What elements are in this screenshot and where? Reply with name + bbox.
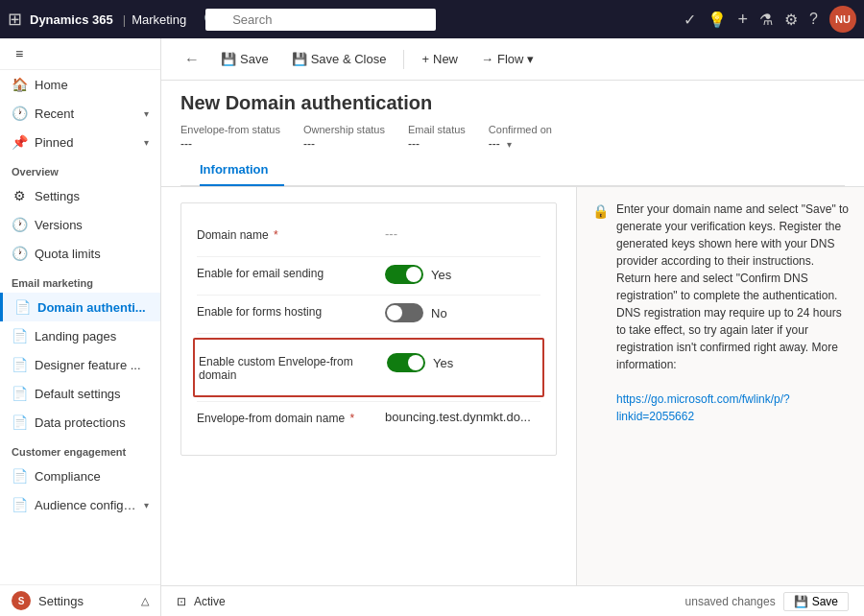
compliance-icon: 📄 <box>12 468 27 484</box>
lightbulb-icon[interactable]: 💡 <box>708 11 727 29</box>
sidebar-item-designer-feature[interactable]: 📄 Designer feature ... <box>0 350 160 379</box>
email-status: Email status --- <box>408 124 466 151</box>
sidebar-item-data-protections[interactable]: 📄 Data protections <box>0 408 160 437</box>
settings-icon[interactable]: ⚙ <box>784 11 798 29</box>
field-domain-name: Domain name * --- <box>197 219 540 257</box>
bottom-right: unsaved changes 💾 Save <box>685 592 849 611</box>
sidebar-item-recent[interactable]: 🕐 Recent ▾ <box>0 99 160 128</box>
enable-email-toggle[interactable]: Yes <box>385 265 451 284</box>
customer-engagement-section-header: Customer engagement <box>0 437 160 462</box>
flow-icon: → <box>481 52 493 66</box>
enable-custom-envelope-value: Yes <box>387 353 539 375</box>
field-enable-forms: Enable for forms hosting No <box>197 296 540 334</box>
sidebar-data-protections-label: Data protections <box>35 415 126 430</box>
flow-button[interactable]: → Flow ▾ <box>471 46 543 72</box>
enable-forms-thumb <box>387 305 402 320</box>
page-title: New Domain authentication <box>180 92 845 114</box>
email-status-value: --- <box>408 137 466 151</box>
domain-icon: 📄 <box>14 299 30 315</box>
unsaved-changes-text: unsaved changes <box>685 595 776 608</box>
recent-icon: 🕐 <box>12 106 27 121</box>
active-status: Active <box>194 595 226 608</box>
back-button[interactable]: ← <box>177 47 207 72</box>
domain-name-value[interactable]: --- <box>385 226 540 241</box>
grid-icon[interactable]: ⊞ <box>8 9 22 30</box>
sidebar-item-domain-authen[interactable]: 📄 Domain authenti... <box>0 293 160 321</box>
bottom-save-button[interactable]: 💾 Save <box>783 592 849 611</box>
home-icon: 🏠 <box>12 77 27 92</box>
info-text: Enter your domain name and select "Save"… <box>616 201 849 425</box>
app-name-label: Marketing <box>132 12 186 27</box>
enable-forms-track[interactable] <box>385 303 423 322</box>
sidebar-item-settings-bottom[interactable]: S Settings △ <box>0 584 160 616</box>
sidebar-home-label: Home <box>35 78 68 92</box>
sidebar-domain-label: Domain authenti... <box>37 300 146 315</box>
form-card: Domain name * --- Enable for email sendi… <box>180 202 557 456</box>
sidebar-item-versions[interactable]: 🕐 Versions <box>0 210 160 239</box>
envelope-domain-name-value: bouncing.test.dynmkt.do... <box>385 410 540 424</box>
sidebar-designer-label: Designer feature ... <box>35 358 141 372</box>
enable-email-label: Enable for email sending <box>197 265 370 280</box>
sidebar-settings-label: Settings <box>35 189 80 203</box>
sidebar-item-quota-limits[interactable]: 🕐 Quota limits <box>0 239 160 268</box>
new-button[interactable]: + New <box>412 46 468 72</box>
help-icon[interactable]: ? <box>809 11 818 28</box>
settings-chevron: △ <box>141 595 149 607</box>
ownership-status: Ownership status --- <box>303 124 385 151</box>
sidebar-quota-label: Quota limits <box>35 247 101 261</box>
enable-forms-toggle[interactable]: No <box>385 303 447 322</box>
enable-forms-value: No <box>385 303 540 325</box>
bottom-save-label: Save <box>812 595 838 608</box>
versions-icon: 🕐 <box>12 217 27 232</box>
sidebar-compliance-label: Compliance <box>35 469 101 484</box>
sidebar-item-default-settings[interactable]: 📄 Default settings <box>0 379 160 408</box>
status-section: ⊡ Active <box>177 595 226 608</box>
checkmark-icon[interactable]: ✓ <box>684 11 696 29</box>
overview-section-header: Overview <box>0 156 160 181</box>
sidebar-item-settings[interactable]: ⚙ Settings <box>0 181 160 210</box>
sidebar-menu-toggle[interactable]: ≡ <box>0 38 160 70</box>
flow-dropdown-icon: ▾ <box>527 52 534 66</box>
sidebar-item-home[interactable]: 🏠 Home <box>0 70 160 99</box>
enable-email-track[interactable] <box>385 265 423 284</box>
enable-custom-envelope-toggle[interactable]: Yes <box>387 353 453 372</box>
confirmed-on-status[interactable]: Confirmed on --- ▾ <box>489 124 552 151</box>
save-close-label: Save & Close <box>311 52 387 66</box>
quota-icon: 🕐 <box>12 246 27 261</box>
new-plus-icon: + <box>421 52 429 66</box>
enable-email-thumb <box>406 267 421 282</box>
save-close-button[interactable]: 💾 Save & Close <box>282 46 396 72</box>
top-navigation: ⊞ Dynamics 365 | Marketing ✓ 💡 + ⚗ ⚙ ? N… <box>0 0 864 38</box>
add-icon[interactable]: + <box>738 10 749 30</box>
enable-custom-envelope-track[interactable] <box>387 353 425 372</box>
sidebar-item-landing-pages[interactable]: 📄 Landing pages <box>0 321 160 350</box>
avatar[interactable]: NU <box>829 6 856 33</box>
sidebar-versions-label: Versions <box>35 218 83 232</box>
page-header: New Domain authentication Envelope-from … <box>161 81 864 187</box>
enable-custom-envelope-label: Enable custom Envelope-from domain <box>199 353 372 382</box>
sidebar-item-pinned[interactable]: 📌 Pinned ▾ <box>0 128 160 156</box>
sidebar-item-compliance[interactable]: 📄 Compliance <box>0 462 160 490</box>
sidebar-item-audience-config[interactable]: 📄 Audience configure... ▾ <box>0 490 160 519</box>
field-enable-email: Enable for email sending Yes <box>197 257 540 296</box>
audience-icon: 📄 <box>12 497 27 512</box>
pinned-icon: 📌 <box>12 134 27 150</box>
nav-divider: | <box>123 12 126 27</box>
designer-icon: 📄 <box>12 357 27 372</box>
info-box: 🔒 Enter your domain name and select "Sav… <box>592 201 849 425</box>
filter-icon[interactable]: ⚗ <box>759 11 773 29</box>
required-star2: * <box>347 412 354 425</box>
info-panel: 🔒 Enter your domain name and select "Sav… <box>576 187 864 585</box>
brand-label: Dynamics 365 <box>30 12 113 27</box>
separator <box>403 50 404 69</box>
search-input[interactable] <box>205 9 436 31</box>
default-settings-icon: 📄 <box>12 386 27 401</box>
info-link[interactable]: https://go.microsoft.com/fwlink/p/?linki… <box>616 392 790 423</box>
enable-forms-label: Enable for forms hosting <box>197 303 370 319</box>
field-envelope-domain-name: Envelope-from domain name * bouncing.tes… <box>197 401 540 439</box>
save-icon: 💾 <box>221 52 236 66</box>
expand-icon[interactable]: ⊡ <box>177 595 186 608</box>
sidebar: ≡ 🏠 Home 🕐 Recent ▾ 📌 Pinned ▾ Overview … <box>0 38 161 616</box>
save-button[interactable]: 💾 Save <box>211 46 278 72</box>
tab-information[interactable]: Information <box>200 154 284 186</box>
